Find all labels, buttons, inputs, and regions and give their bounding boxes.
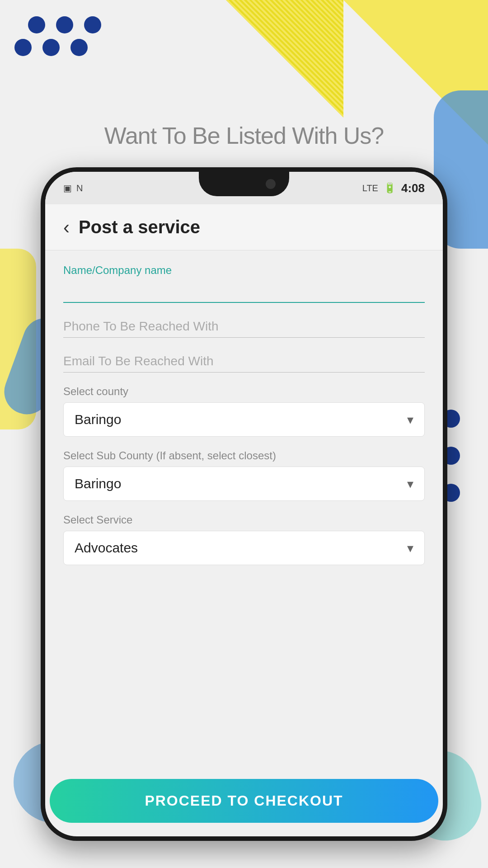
chevron-down-icon: ▾ [407, 476, 413, 491]
status-bar: ▣ N LTE 🔋 4:08 [45, 172, 443, 204]
dot [14, 39, 32, 56]
phone-input[interactable] [63, 316, 425, 338]
n-icon: N [76, 183, 83, 193]
chevron-down-icon: ▾ [407, 541, 413, 556]
phone-screen: ▣ N LTE 🔋 4:08 ‹ Post a service Name/Com… [45, 172, 443, 836]
status-right: LTE 🔋 4:08 [362, 181, 425, 195]
phone-field-container [63, 316, 425, 338]
time-display: 4:08 [401, 181, 425, 195]
status-left: ▣ N [63, 183, 83, 193]
county-field-container: Select county Baringo ▾ [63, 385, 425, 437]
county-value: Baringo [75, 412, 121, 427]
name-input[interactable] [63, 280, 425, 303]
dot [28, 16, 45, 33]
proceed-button[interactable]: PROCEED TO CHECKOUT [50, 779, 438, 823]
chevron-down-icon: ▾ [407, 412, 413, 427]
app-header: ‹ Post a service [45, 204, 443, 250]
name-field-container: Name/Company name [63, 264, 425, 303]
dot [42, 39, 60, 56]
service-value: Advocates [75, 540, 138, 556]
email-field-container [63, 350, 425, 373]
sub-county-field-container: Select Sub County (If absent, select clo… [63, 449, 425, 501]
notch [199, 172, 289, 196]
signal-icon: LTE [362, 183, 378, 193]
dot [70, 39, 88, 56]
battery-icon: 🔋 [384, 182, 396, 194]
proceed-button-label: PROCEED TO CHECKOUT [145, 793, 343, 809]
back-button[interactable]: ‹ [63, 218, 70, 237]
service-field-container: Select Service Advocates ▾ [63, 514, 425, 565]
name-label: Name/Company name [63, 264, 425, 277]
service-select[interactable]: Advocates ▾ [63, 531, 425, 565]
sim-icon: ▣ [63, 183, 72, 193]
email-input[interactable] [63, 350, 425, 373]
sub-county-value: Baringo [75, 476, 121, 491]
camera [266, 179, 276, 189]
service-label: Select Service [63, 514, 425, 526]
county-select[interactable]: Baringo ▾ [63, 402, 425, 437]
phone-mockup: ▣ N LTE 🔋 4:08 ‹ Post a service Name/Com… [41, 167, 447, 841]
dot [56, 16, 73, 33]
page-title: Want To Be Listed With Us? [0, 122, 488, 149]
screen-title: Post a service [79, 217, 200, 237]
form-content: Name/Company name Select county Baringo … [45, 250, 443, 779]
bg-dots [23, 14, 107, 59]
sub-county-label: Select Sub County (If absent, select clo… [63, 449, 425, 462]
sub-county-select[interactable]: Baringo ▾ [63, 467, 425, 501]
county-label: Select county [63, 385, 425, 398]
dot [84, 16, 101, 33]
